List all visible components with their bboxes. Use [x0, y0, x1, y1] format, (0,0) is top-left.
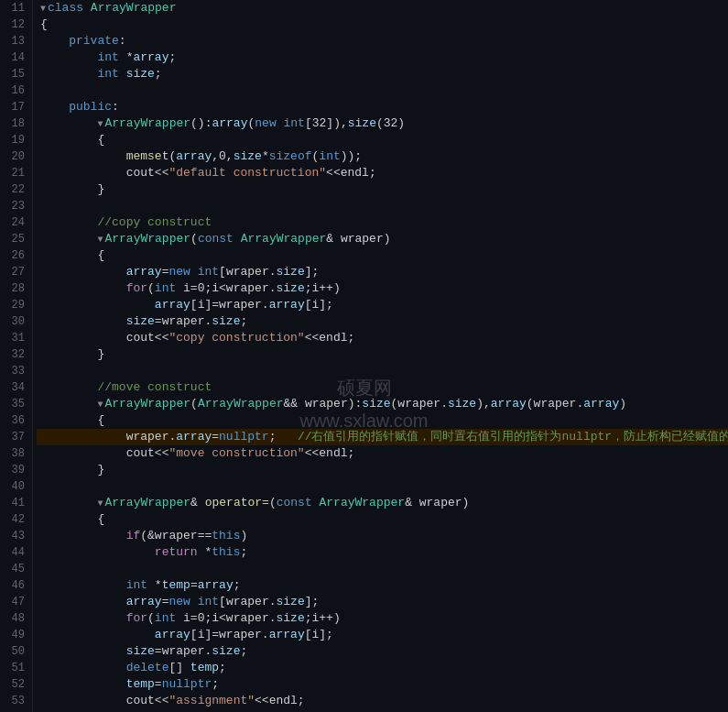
line-number-23: 23 [4, 198, 25, 214]
code-line-23 [37, 198, 728, 214]
code-editor: 1112131415161718192021222324252627282930… [0, 0, 728, 712]
code-line-27: array=new int[wraper.size]; [37, 264, 728, 280]
line-number-20: 20 [4, 148, 25, 165]
line-number-41: 41 [4, 495, 25, 511]
line-number-13: 13 [4, 33, 25, 49]
code-line-46: int *temp=array; [37, 577, 728, 594]
code-line-17: public: [37, 99, 728, 115]
code-line-33 [37, 363, 728, 379]
code-line-53: cout<<"assignment"<<endl; [37, 693, 728, 709]
line-number-25: 25 [4, 231, 25, 247]
code-line-50: size=wraper.size; [37, 643, 728, 660]
line-number-50: 50 [4, 643, 25, 660]
code-line-12: { [37, 16, 728, 33]
code-line-24: //copy construct [37, 214, 728, 231]
line-number-45: 45 [4, 561, 25, 577]
code-line-52: temp=nullptr; [37, 676, 728, 693]
line-number-27: 27 [4, 264, 25, 280]
line-number-28: 28 [4, 280, 25, 297]
code-line-49: array[i]=wraper.array[i]; [37, 627, 728, 643]
code-line-21: cout<<"default construction"<<endl; [37, 165, 728, 181]
line-numbers: 1112131415161718192021222324252627282930… [0, 0, 33, 712]
code-line-32: } [37, 346, 728, 363]
fold-icon-35[interactable]: ▼ [97, 397, 103, 413]
line-number-14: 14 [4, 49, 25, 66]
code-line-44: return *this; [37, 544, 728, 561]
line-number-33: 33 [4, 363, 25, 379]
fold-icon-11[interactable]: ▼ [40, 1, 46, 17]
line-number-29: 29 [4, 297, 25, 313]
line-number-30: 30 [4, 313, 25, 330]
fold-icon-41[interactable]: ▼ [97, 496, 103, 512]
code-line-31: cout<<"copy construction"<<endl; [37, 330, 728, 346]
code-line-47: array=new int[wraper.size]; [37, 594, 728, 610]
line-number-26: 26 [4, 247, 25, 264]
code-line-14: int *array; [37, 49, 728, 66]
line-number-31: 31 [4, 330, 25, 346]
code-line-38: cout<<"move construction"<<endl; [37, 445, 728, 462]
line-number-44: 44 [4, 544, 25, 561]
line-number-18: 18 [4, 115, 25, 132]
code-line-39: } [37, 462, 728, 478]
code-line-22: } [37, 181, 728, 198]
code-line-30: size=wraper.size; [37, 313, 728, 330]
line-number-22: 22 [4, 181, 25, 198]
code-content[interactable]: ▼class ArrayWrapper{ private: int *array… [33, 0, 728, 712]
code-line-41: ▼ArrayWrapper& operator=(const ArrayWrap… [37, 495, 728, 511]
line-number-51: 51 [4, 660, 25, 676]
line-number-52: 52 [4, 676, 25, 693]
code-line-34: //move construct [37, 379, 728, 396]
line-number-46: 46 [4, 577, 25, 594]
line-number-24: 24 [4, 214, 25, 231]
line-number-17: 17 [4, 99, 25, 115]
line-number-40: 40 [4, 478, 25, 495]
code-line-28: for(int i=0;i<wraper.size;i++) [37, 280, 728, 297]
code-line-40 [37, 478, 728, 495]
line-number-47: 47 [4, 594, 25, 610]
line-number-53: 53 [4, 693, 25, 709]
code-line-42: { [37, 511, 728, 528]
code-line-43: if(&wraper==this) [37, 528, 728, 544]
line-number-21: 21 [4, 165, 25, 181]
code-line-20: memset(array,0,size*sizeof(int)); [37, 148, 728, 165]
line-number-37: 37 [4, 429, 25, 445]
code-line-11: ▼class ArrayWrapper [37, 0, 728, 16]
code-line-26: { [37, 247, 728, 264]
code-line-36: { [37, 412, 728, 429]
line-number-39: 39 [4, 462, 25, 478]
line-number-12: 12 [4, 16, 25, 33]
code-line-25: ▼ArrayWrapper(const ArrayWrapper& wraper… [37, 231, 728, 247]
line-number-11: 11 [4, 0, 25, 16]
code-line-19: { [37, 132, 728, 148]
line-number-43: 43 [4, 528, 25, 544]
code-line-13: private: [37, 33, 728, 49]
line-number-34: 34 [4, 379, 25, 396]
fold-icon-18[interactable]: ▼ [97, 116, 103, 133]
code-line-48: for(int i=0;i<wraper.size;i++) [37, 610, 728, 627]
code-line-18: ▼ArrayWrapper():array(new int[32]),size(… [37, 115, 728, 132]
code-line-45 [37, 561, 728, 577]
line-number-48: 48 [4, 610, 25, 627]
line-number-36: 36 [4, 412, 25, 429]
line-number-38: 38 [4, 445, 25, 462]
code-line-15: int size; [37, 66, 728, 82]
line-number-19: 19 [4, 132, 25, 148]
code-container: 1112131415161718192021222324252627282930… [0, 0, 728, 712]
line-number-15: 15 [4, 66, 25, 82]
code-line-29: array[i]=wraper.array[i]; [37, 297, 728, 313]
code-line-51: delete[] temp; [37, 660, 728, 676]
fold-icon-25[interactable]: ▼ [97, 232, 103, 248]
code-line-16 [37, 82, 728, 99]
line-number-49: 49 [4, 627, 25, 643]
line-number-42: 42 [4, 511, 25, 528]
code-line-35: ▼ArrayWrapper(ArrayWrapper&& wraper):siz… [37, 396, 728, 412]
code-line-37: wraper.array=nullptr; //右值引用的指针赋值，同时置右值引… [37, 429, 728, 445]
line-number-32: 32 [4, 346, 25, 363]
line-number-16: 16 [4, 82, 25, 99]
line-number-35: 35 [4, 396, 25, 412]
